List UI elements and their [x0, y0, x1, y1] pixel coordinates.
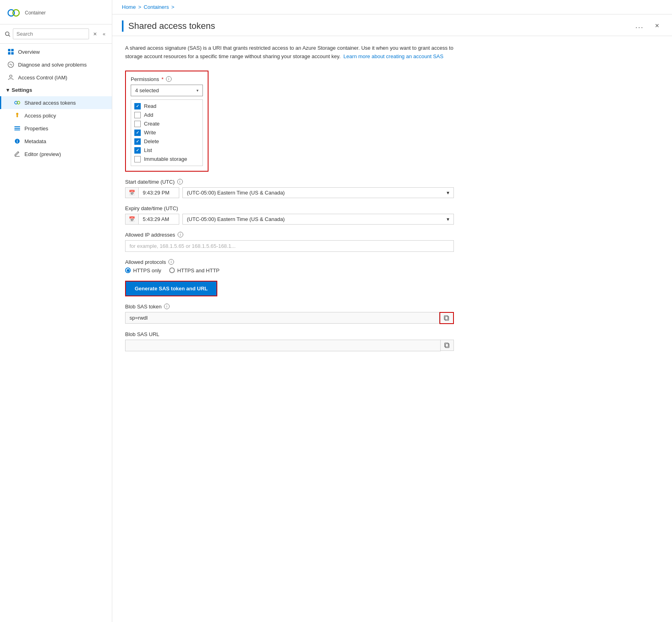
search-input[interactable] — [13, 28, 89, 39]
container-icon — [6, 6, 21, 20]
collapse-search-button[interactable]: « — [101, 30, 107, 38]
permission-immutable[interactable]: Immutable storage — [134, 156, 199, 162]
sidebar-item-metadata[interactable]: i Metadata — [0, 135, 112, 148]
learn-more-link[interactable]: Learn more about creating an account SAS — [344, 53, 443, 59]
permission-create[interactable]: Create — [134, 121, 199, 127]
blob-sas-token-row — [125, 312, 454, 324]
start-timezone-select[interactable]: (UTC-05:00) Eastern Time (US & Canada) ▾ — [182, 187, 454, 198]
sidebar: Container ✕ « Overview Diagnose and solv… — [0, 0, 112, 622]
blob-sas-token-field-group: Blob SAS token i — [125, 304, 454, 324]
blob-sas-token-label: Blob SAS token i — [125, 304, 454, 310]
iam-icon — [8, 74, 14, 81]
https-only-radio[interactable] — [125, 267, 131, 273]
container-header: Container — [0, 0, 112, 24]
sidebar-item-shared-access-tokens-label: Shared access tokens — [24, 100, 76, 106]
permission-delete[interactable]: Delete — [134, 138, 199, 145]
sidebar-item-diagnose[interactable]: Diagnose and solve problems — [0, 58, 112, 71]
sidebar-item-properties[interactable]: Properties — [0, 122, 112, 135]
blob-sas-token-copy-button[interactable] — [439, 312, 454, 324]
allowed-protocols-info-icon[interactable]: i — [168, 259, 174, 265]
sidebar-item-properties-label: Properties — [24, 126, 48, 132]
close-panel-button[interactable]: × — [652, 20, 662, 32]
expiry-date-calendar-button[interactable]: 📅 — [125, 214, 139, 224]
breadcrumb-sep2: > — [171, 4, 174, 10]
sidebar-item-editor[interactable]: Editor (preview) — [0, 148, 112, 160]
blob-sas-url-row — [125, 340, 454, 351]
sidebar-item-overview-label: Overview — [18, 49, 40, 55]
permission-immutable-checkbox[interactable] — [134, 156, 141, 162]
breadcrumb-containers[interactable]: Containers — [144, 4, 169, 10]
permission-list[interactable]: List — [134, 147, 199, 154]
start-date-time: 9:43:29 PM — [139, 188, 179, 198]
start-date-label: Start date/time (UTC) i — [125, 179, 454, 185]
generate-button-group: Generate SAS token and URL — [125, 281, 454, 296]
expiry-date-field-group: Expiry date/time (UTC) 📅 5:43:29 AM (UTC… — [125, 205, 454, 225]
expiry-datetime-row: 📅 5:43:29 AM (UTC-05:00) Eastern Time (U… — [125, 214, 454, 225]
generate-sas-button[interactable]: Generate SAS token and URL — [125, 281, 217, 296]
sidebar-item-access-policy[interactable]: Access policy — [0, 109, 112, 122]
svg-point-1 — [13, 10, 19, 16]
permission-write-checkbox[interactable] — [134, 130, 141, 136]
required-indicator: * — [162, 76, 164, 82]
permission-list-label: List — [144, 147, 152, 153]
svg-rect-5 — [11, 49, 14, 51]
expiry-date-time: 5:43:29 AM — [139, 214, 179, 224]
permission-create-checkbox[interactable] — [134, 121, 141, 127]
expiry-timezone-select[interactable]: (UTC-05:00) Eastern Time (US & Canada) ▾ — [182, 214, 454, 225]
breadcrumb-sep1: > — [138, 4, 142, 10]
https-http-label: HTTPS and HTTP — [177, 267, 219, 274]
blob-sas-token-info-icon[interactable]: i — [164, 304, 170, 309]
permissions-chevron-icon: ▾ — [196, 88, 198, 93]
permission-read-label: Read — [144, 103, 156, 109]
permission-read-checkbox[interactable] — [134, 103, 141, 109]
start-date-info-icon[interactable]: i — [177, 179, 183, 184]
breadcrumb: Home > Containers > — [112, 0, 672, 14]
https-http-radio[interactable] — [169, 267, 175, 273]
allowed-ip-input[interactable] — [125, 240, 454, 252]
page-title: Shared access tokens — [128, 21, 215, 31]
permissions-select[interactable]: 4 selected ▾ — [131, 85, 203, 96]
permission-delete-checkbox[interactable] — [134, 138, 141, 145]
permission-read[interactable]: Read — [134, 103, 199, 109]
allowed-ip-info-icon[interactable]: i — [178, 232, 183, 237]
svg-rect-12 — [17, 115, 18, 117]
allowed-protocols-radio-group: HTTPS only HTTPS and HTTP — [125, 267, 454, 274]
blob-sas-url-copy-button[interactable] — [441, 340, 454, 351]
metadata-icon: i — [14, 138, 20, 144]
https-only-label: HTTPS only — [133, 267, 161, 274]
start-date-calendar-button[interactable]: 📅 — [125, 188, 139, 198]
more-options-button[interactable]: ... — [632, 20, 647, 32]
permission-write-label: Write — [144, 130, 156, 136]
permission-list-checkbox[interactable] — [134, 147, 141, 154]
blob-sas-url-input[interactable] — [125, 340, 441, 351]
shared-access-icon — [14, 99, 20, 106]
permission-write[interactable]: Write — [134, 130, 199, 136]
permission-add[interactable]: Add — [134, 112, 199, 118]
clear-search-button[interactable]: ✕ — [91, 30, 99, 38]
allowed-protocols-label: Allowed protocols i — [125, 259, 454, 265]
copy-url-icon — [444, 342, 450, 348]
permissions-info-icon[interactable]: i — [166, 76, 172, 82]
overview-icon — [8, 49, 14, 55]
svg-point-11 — [16, 113, 18, 115]
sidebar-item-iam[interactable]: Access Control (IAM) — [0, 71, 112, 84]
properties-icon — [14, 125, 20, 132]
allowed-protocols-field-group: Allowed protocols i HTTPS only HTTPS and… — [125, 259, 454, 274]
breadcrumb-home[interactable]: Home — [122, 4, 136, 10]
permission-delete-label: Delete — [144, 138, 159, 144]
blob-sas-token-input[interactable] — [125, 312, 439, 324]
protocol-https-only[interactable]: HTTPS only — [125, 267, 161, 274]
permission-create-label: Create — [144, 121, 160, 127]
copy-icon — [443, 315, 450, 321]
sidebar-item-shared-access-tokens[interactable]: Shared access tokens — [0, 96, 112, 109]
permission-add-checkbox[interactable] — [134, 112, 141, 118]
permission-add-label: Add — [144, 112, 153, 118]
svg-point-8 — [10, 75, 12, 77]
expiry-date-label: Expiry date/time (UTC) — [125, 205, 454, 211]
protocol-https-http[interactable]: HTTPS and HTTP — [169, 267, 219, 274]
settings-section-header[interactable]: ▾ Settings — [0, 84, 112, 96]
sidebar-item-overview[interactable]: Overview — [0, 45, 112, 58]
start-date-calendar-group: 📅 9:43:29 PM — [125, 187, 179, 198]
content-area: A shared access signature (SAS) is a URI… — [112, 36, 672, 622]
svg-point-2 — [6, 32, 9, 35]
